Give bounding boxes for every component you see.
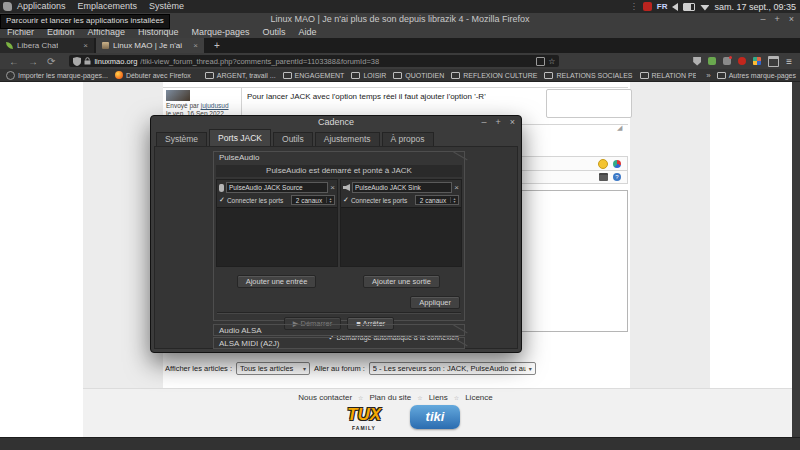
goto-forum-select[interactable]: 5 - Les serveurs son : JACK, PulseAudio …: [369, 362, 536, 375]
menu-marque-pages[interactable]: Marque-pages: [191, 27, 249, 37]
connect-ports-label[interactable]: Connecter les ports: [227, 197, 283, 204]
url-bar[interactable]: linuxmao.org /tiki-view_forum_thread.php…: [69, 55, 559, 67]
tab-linuxmao[interactable]: Linux MAO | Je n'ai plus d ×: [96, 38, 204, 53]
bookmark-other-bookmarks[interactable]: Autres marque-pages: [717, 72, 796, 79]
minimize-button[interactable]: –: [760, 13, 765, 26]
chevron-down-icon: ▾: [303, 365, 306, 372]
folder-icon: [717, 72, 726, 79]
network-icon[interactable]: [700, 3, 709, 11]
menu-aide[interactable]: Aide: [299, 27, 317, 37]
source-list-area[interactable]: [217, 207, 337, 266]
minimize-button[interactable]: –: [481, 116, 486, 129]
maximize-button[interactable]: +: [774, 13, 779, 26]
new-tab-button[interactable]: +: [214, 38, 220, 53]
gnome-bottom-panel[interactable]: [0, 437, 800, 450]
bookmark-folder-relation-perso[interactable]: RELATION PERSO: [640, 72, 696, 79]
toolbox-icon[interactable]: [599, 173, 608, 181]
folder-icon: [393, 72, 402, 79]
menu-emplacements[interactable]: Emplacements: [78, 0, 138, 13]
alsa-midi-section[interactable]: ALSA MIDI (A2J): [213, 337, 465, 349]
tab-ajustements[interactable]: Ajustements: [315, 132, 380, 146]
bookmarks-overflow-chevron[interactable]: »: [706, 71, 710, 80]
extension-window-icon[interactable]: [768, 56, 779, 67]
remove-source-button[interactable]: ×: [330, 184, 335, 192]
footer-link-licence[interactable]: Licence: [465, 393, 493, 402]
volume-icon[interactable]: [672, 3, 678, 11]
footer-link-liens[interactable]: Liens: [429, 393, 448, 402]
sink-name-input[interactable]: PulseAudio JACK Sink: [352, 182, 452, 193]
tab-close-icon[interactable]: ×: [83, 41, 88, 50]
menu-systeme[interactable]: Système: [149, 0, 184, 13]
tab-a-propos[interactable]: À propos: [382, 132, 434, 146]
tab-systeme[interactable]: Système: [156, 132, 207, 146]
tab-ports-jack[interactable]: Ports JACK: [209, 129, 271, 146]
connect-ports-label[interactable]: Connecter les ports: [351, 197, 407, 204]
lock-icon[interactable]: [84, 57, 91, 65]
spin-down-icon[interactable]: ▾: [451, 200, 458, 203]
bookmark-folder-argent[interactable]: ARGENT, travail ...: [205, 72, 276, 79]
clock[interactable]: sam. 17 sept., 09:35: [714, 2, 796, 12]
tray-app-icon[interactable]: [643, 2, 652, 11]
page-scrollbar[interactable]: [792, 81, 800, 437]
pulseaudio-section-label[interactable]: PulseAudio: [214, 152, 464, 164]
show-articles-select[interactable]: Tous les articles ▾: [236, 362, 310, 375]
bookmark-firefox-start[interactable]: Débuter avec Firefox: [115, 71, 191, 79]
sink-list-area[interactable]: [341, 207, 461, 266]
checkbox-checked-icon[interactable]: ✓: [343, 196, 349, 204]
bookmark-folder-relations-sociales[interactable]: RELATIONS SOCIALES: [544, 72, 632, 79]
remove-sink-button[interactable]: ×: [454, 184, 459, 192]
cadence-titlebar[interactable]: Cadence – + ×: [151, 116, 521, 129]
bookmark-folder-quotidien[interactable]: QUOTIDIEN: [393, 72, 444, 79]
bookmark-folder-reflexion[interactable]: REFLEXION CULTURE: [451, 72, 537, 79]
palette-icon[interactable]: [613, 160, 621, 168]
extension-grid-icon[interactable]: [753, 57, 761, 65]
star-separator-icon: ☆: [358, 395, 363, 401]
author-link[interactable]: jujudusud: [201, 102, 229, 109]
forward-button[interactable]: →: [28, 56, 38, 67]
pulseaudio-source-bridge: PulseAudio JACK Source × ✓ Connecter les…: [216, 179, 338, 267]
extension-shield-icon[interactable]: [693, 57, 701, 66]
checkbox-checked-icon[interactable]: ✓: [219, 196, 225, 204]
footer-link-sitemap[interactable]: Plan du site: [369, 393, 411, 402]
post-message: Pour lancer JACK avec l'option temps rée…: [247, 92, 486, 101]
tiki-logo[interactable]: tiki: [410, 405, 460, 429]
tab-close-icon[interactable]: ×: [193, 41, 198, 50]
close-button[interactable]: ×: [789, 13, 794, 26]
add-output-button[interactable]: Ajouter une sortie: [363, 275, 440, 288]
bookmark-folder-loisir[interactable]: LOISIR: [351, 72, 386, 79]
tux-family-logo[interactable]: TUX FAMILY: [336, 403, 392, 433]
sink-channels-spinbox[interactable]: 2 canaux ▴▾: [415, 195, 459, 205]
bookmark-star-icon[interactable]: ☆: [548, 57, 555, 66]
menu-outils[interactable]: Outils: [263, 27, 286, 37]
smiley-icon[interactable]: [598, 159, 608, 169]
cadence-title: Cadence: [151, 116, 521, 129]
extension-green-icon[interactable]: [708, 57, 716, 65]
spin-down-icon[interactable]: ▾: [327, 200, 334, 203]
hamburger-menu-icon[interactable]: ≡: [786, 56, 792, 67]
tab-libera-chat[interactable]: Libera Chat ×: [0, 38, 94, 53]
applications-menu-icon[interactable]: [3, 2, 12, 11]
back-button[interactable]: ←: [9, 56, 19, 67]
bookmark-import[interactable]: Importer les marque-pages...: [6, 71, 108, 80]
reply-preview-box[interactable]: [546, 89, 632, 118]
reader-mode-icon[interactable]: [536, 57, 545, 66]
close-button[interactable]: ×: [510, 116, 515, 129]
source-name-input[interactable]: PulseAudio JACK Source: [226, 182, 328, 193]
extension-gray-icon[interactable]: [723, 57, 731, 65]
bookmark-folder-engagement[interactable]: ENGAGEMENT: [283, 72, 345, 79]
menu-applications[interactable]: Applications: [17, 0, 66, 13]
audio-alsa-section[interactable]: Audio ALSA: [213, 324, 465, 336]
apply-button[interactable]: Appliquer: [410, 296, 460, 309]
tab-outils[interactable]: Outils: [273, 132, 313, 146]
footer-link-contact[interactable]: Nous contacter: [298, 393, 352, 402]
help-icon[interactable]: ?: [613, 173, 621, 181]
add-input-button[interactable]: Ajouter une entrée: [237, 275, 317, 288]
resize-grip-icon[interactable]: ◢: [617, 124, 622, 132]
extension-red-icon[interactable]: [738, 57, 746, 65]
keyboard-layout-indicator[interactable]: FR: [657, 2, 668, 11]
tracking-shield-icon[interactable]: [73, 57, 81, 66]
reload-button[interactable]: ⟳: [47, 56, 55, 67]
battery-icon[interactable]: [683, 3, 695, 11]
maximize-button[interactable]: +: [495, 116, 500, 129]
source-channels-spinbox[interactable]: 2 canaux ▴▾: [291, 195, 335, 205]
